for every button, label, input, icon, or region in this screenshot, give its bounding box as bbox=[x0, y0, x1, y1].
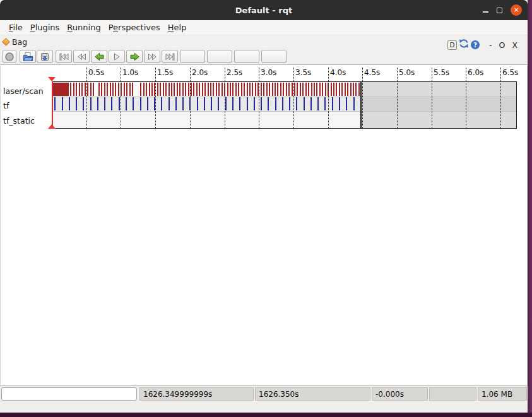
message-mark-laser/scan bbox=[247, 83, 248, 96]
message-mark-laser/scan bbox=[151, 83, 153, 96]
save-bag-button[interactable] bbox=[37, 50, 53, 63]
message-mark-tf bbox=[126, 97, 127, 110]
timeline-gridline bbox=[466, 68, 466, 129]
timeline-gridline bbox=[432, 68, 432, 129]
help-icon[interactable]: ? bbox=[471, 40, 480, 49]
message-mark-laser/scan bbox=[70, 83, 71, 96]
menu-item-file[interactable]: File bbox=[5, 21, 27, 33]
message-mark-laser/scan bbox=[249, 83, 251, 96]
close-button[interactable]: × bbox=[511, 4, 522, 16]
step-back-icon bbox=[94, 52, 105, 62]
message-mark-tf bbox=[282, 97, 283, 110]
menu-item-help[interactable]: Help bbox=[164, 21, 191, 33]
tick-label: 3.0s bbox=[261, 68, 276, 77]
playhead-top-marker[interactable] bbox=[48, 77, 56, 81]
message-mark-tf bbox=[111, 97, 112, 110]
message-mark-tf bbox=[225, 97, 227, 110]
status-segment-3 bbox=[429, 387, 476, 401]
dock-close-button[interactable]: X bbox=[509, 40, 520, 50]
step-forward-icon bbox=[129, 52, 140, 62]
step-backward-button[interactable] bbox=[91, 50, 107, 63]
message-mark-laser/scan bbox=[347, 83, 348, 96]
message-mark-tf bbox=[232, 97, 233, 110]
message-mark-laser/scan bbox=[316, 83, 317, 96]
playhead-bottom-marker[interactable] bbox=[48, 124, 56, 129]
menu-item-perspectives[interactable]: Perspectives bbox=[105, 21, 164, 33]
toggle-1-button[interactable] bbox=[180, 50, 205, 63]
message-mark-tf bbox=[168, 97, 170, 110]
message-mark-laser/scan bbox=[350, 83, 352, 96]
fast-forward-button[interactable] bbox=[144, 50, 160, 63]
timeline-frame[interactable] bbox=[52, 81, 517, 129]
dock-title: Bag bbox=[12, 37, 27, 47]
playhead-line[interactable] bbox=[52, 81, 53, 129]
message-mark-laser/scan bbox=[331, 83, 332, 96]
message-mark-laser/scan bbox=[87, 83, 88, 96]
tick-label: 1.5s bbox=[157, 68, 173, 77]
row-bg-outside-tf bbox=[361, 97, 516, 111]
desktop-edge-bottom bbox=[0, 413, 532, 417]
toggle-3-button[interactable] bbox=[234, 50, 259, 63]
message-mark-laser/scan bbox=[149, 83, 150, 96]
close-icon: × bbox=[513, 6, 519, 14]
skip-to-end-button[interactable] bbox=[162, 50, 178, 63]
message-mark-laser/scan bbox=[110, 83, 111, 96]
play-button[interactable] bbox=[109, 50, 125, 63]
open-bag-button[interactable] bbox=[20, 50, 36, 63]
topic-label-laser/scan: laser/scan bbox=[3, 86, 44, 96]
skip-start-icon bbox=[59, 52, 69, 62]
skip-to-start-button[interactable] bbox=[56, 50, 72, 63]
row-separator bbox=[52, 97, 516, 97]
message-mark-laser/scan bbox=[132, 83, 133, 96]
titlebar[interactable]: Default - rqt × bbox=[0, 0, 528, 20]
bag-timeline[interactable]: 0.5s1.0s1.5s2.0s2.5s3.0s3.5s4.0s4.5s5.0s… bbox=[52, 66, 517, 130]
timeline-gridline bbox=[225, 68, 225, 129]
message-mark-laser/scan bbox=[230, 83, 231, 96]
step-forward-button[interactable] bbox=[126, 50, 143, 63]
message-mark-laser/scan bbox=[341, 83, 343, 96]
record-button[interactable] bbox=[3, 50, 16, 63]
tick-label: 5.5s bbox=[434, 68, 449, 77]
record-icon bbox=[4, 52, 15, 62]
message-mark-laser/scan bbox=[227, 83, 228, 96]
timeline-gridline bbox=[500, 68, 501, 129]
bag-dock-header: Bag D ? - O X bbox=[0, 35, 528, 65]
message-mark-tf bbox=[161, 97, 162, 110]
message-mark-tf bbox=[211, 97, 212, 110]
message-mark-laser/scan bbox=[199, 83, 200, 96]
menu-item-running[interactable]: Running bbox=[63, 21, 104, 33]
message-mark-tf bbox=[310, 97, 312, 110]
message-mark-laser/scan bbox=[232, 83, 233, 96]
tick-label: 6.0s bbox=[468, 68, 483, 77]
minimize-icon bbox=[483, 11, 488, 13]
dock-d-button[interactable]: D bbox=[447, 40, 457, 50]
toggle-4-button[interactable] bbox=[261, 50, 287, 63]
message-mark-laser/scan bbox=[101, 83, 102, 96]
open-bag-icon bbox=[23, 52, 33, 62]
message-mark-laser/scan bbox=[174, 83, 175, 96]
message-mark-laser/scan bbox=[277, 83, 278, 96]
message-mark-laser/scan bbox=[286, 83, 287, 96]
toggle-2-button[interactable] bbox=[207, 50, 232, 63]
message-mark-tf bbox=[324, 97, 326, 110]
message-mark-laser/scan bbox=[171, 83, 172, 96]
minimize-button[interactable] bbox=[483, 8, 488, 13]
message-mark-laser/scan bbox=[146, 83, 147, 96]
message-mark-tf bbox=[268, 97, 269, 110]
message-mark-laser/scan bbox=[126, 83, 127, 96]
message-mark-laser/scan bbox=[185, 83, 186, 96]
dock-minimize-button[interactable]: - bbox=[487, 40, 495, 50]
dock-float-button[interactable]: O bbox=[497, 40, 508, 50]
message-mark-laser/scan bbox=[179, 83, 180, 96]
message-mark-laser/scan bbox=[210, 83, 211, 96]
message-mark-laser/scan bbox=[107, 83, 108, 96]
message-mark-laser/scan bbox=[118, 83, 119, 96]
menu-item-plugins[interactable]: Plugins bbox=[27, 21, 64, 33]
fast-forward-icon bbox=[147, 52, 158, 62]
maximize-button[interactable] bbox=[497, 8, 502, 13]
message-mark-tf bbox=[76, 97, 77, 110]
seek-backward-button[interactable] bbox=[73, 50, 90, 63]
message-mark-laser/scan bbox=[269, 83, 270, 96]
message-mark-laser/scan bbox=[297, 83, 298, 96]
message-mark-laser/scan bbox=[177, 83, 178, 96]
